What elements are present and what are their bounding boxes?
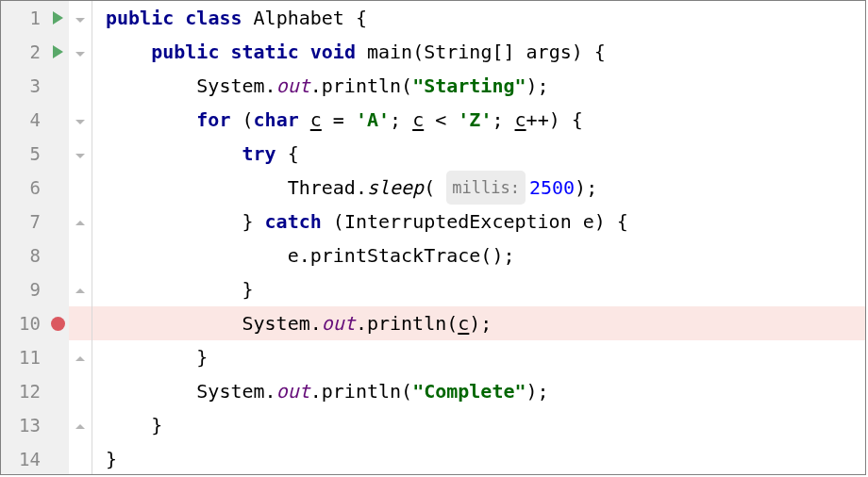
code-text[interactable]: for (char c = 'A'; c < 'Z'; c++) { <box>92 103 865 137</box>
fold-close-icon[interactable] <box>75 356 85 361</box>
code-text[interactable]: } <box>92 340 865 374</box>
token: ; <box>390 103 412 137</box>
code-line[interactable]: 4 for (char c = 'A'; c < 'Z'; c++) { <box>1 103 865 137</box>
fold-gutter[interactable] <box>69 1 92 35</box>
code-line[interactable]: 12 System.out.println("Complete"); <box>1 374 865 408</box>
gutter-icon-slot[interactable] <box>46 1 69 35</box>
gutter-icon-slot[interactable] <box>46 137 69 171</box>
code-line[interactable]: 3 System.out.println("Starting"); <box>1 69 865 103</box>
gutter-icon-slot[interactable] <box>46 306 69 340</box>
fold-open-icon[interactable] <box>75 120 85 124</box>
fold-open-icon[interactable] <box>75 154 85 158</box>
fold-open-icon[interactable] <box>75 18 85 23</box>
token: System. <box>106 306 322 340</box>
fold-gutter[interactable] <box>69 272 92 306</box>
code-text[interactable]: System.out.println("Starting"); <box>92 69 865 103</box>
fold-gutter[interactable] <box>69 171 92 205</box>
code-text[interactable]: } <box>92 272 865 306</box>
line-number: 8 <box>1 238 46 272</box>
code-line[interactable]: 2 public static void main(String[] args)… <box>1 35 865 69</box>
gutter-icon-slot[interactable] <box>46 171 69 205</box>
token: sleep <box>367 171 424 205</box>
line-number: 7 <box>1 205 46 238</box>
token <box>299 35 310 69</box>
code-text[interactable]: } <box>92 408 865 442</box>
token: c <box>412 103 424 137</box>
token: try <box>242 137 276 171</box>
code-line[interactable]: 10 System.out.println(c); <box>1 306 865 340</box>
gutter-icon-slot[interactable] <box>46 442 69 475</box>
run-icon[interactable] <box>53 45 63 58</box>
fold-gutter[interactable] <box>69 137 92 171</box>
code-text[interactable]: System.out.println("Complete"); <box>92 374 865 408</box>
line-number: 1 <box>1 1 46 35</box>
code-line[interactable]: 5 try { <box>1 137 865 171</box>
code-line[interactable]: 11 } <box>1 340 865 374</box>
token: ( <box>424 171 446 205</box>
token <box>106 103 196 137</box>
code-line[interactable]: 1public class Alphabet { <box>1 1 865 35</box>
code-text[interactable]: } <box>92 442 865 475</box>
code-line[interactable]: 13 } <box>1 408 865 442</box>
token: System. <box>106 374 276 408</box>
code-text[interactable]: try { <box>92 137 865 171</box>
breakpoint-icon[interactable] <box>51 317 65 331</box>
fold-open-icon[interactable] <box>75 52 85 57</box>
fold-gutter[interactable] <box>69 374 92 408</box>
token: "Starting" <box>412 69 526 103</box>
fold-gutter[interactable] <box>69 238 92 272</box>
code-editor[interactable]: 1public class Alphabet {2 public static … <box>1 1 865 475</box>
gutter-icon-slot[interactable] <box>46 272 69 306</box>
fold-gutter[interactable] <box>69 69 92 103</box>
fold-gutter[interactable] <box>69 442 92 475</box>
fold-close-icon[interactable] <box>75 221 85 225</box>
token: out <box>322 306 356 340</box>
gutter-icon-slot[interactable] <box>46 408 69 442</box>
gutter-icon-slot[interactable] <box>46 69 69 103</box>
token: .println( <box>310 374 412 408</box>
gutter-icon-slot[interactable] <box>46 238 69 272</box>
code-line[interactable]: 7 } catch (InterruptedException e) { <box>1 205 865 238</box>
token: } <box>106 272 254 306</box>
fold-gutter[interactable] <box>69 103 92 137</box>
fold-gutter[interactable] <box>69 35 92 69</box>
code-line[interactable]: 6 Thread.sleep( millis:2500); <box>1 171 865 205</box>
code-text[interactable]: public static void main(String[] args) { <box>92 35 865 69</box>
token: ++) { <box>526 103 583 137</box>
token: } <box>106 442 117 475</box>
token: } <box>106 340 208 374</box>
line-number: 14 <box>1 442 46 475</box>
gutter-icon-slot[interactable] <box>46 340 69 374</box>
token <box>106 137 242 171</box>
fold-close-icon[interactable] <box>75 288 85 293</box>
token: (InterruptedException e) { <box>322 205 628 238</box>
fold-gutter[interactable] <box>69 340 92 374</box>
gutter-icon-slot[interactable] <box>46 374 69 408</box>
line-number: 2 <box>1 35 46 69</box>
gutter-icon-slot[interactable] <box>46 103 69 137</box>
token: ( <box>230 103 253 137</box>
fold-gutter[interactable] <box>69 306 92 340</box>
token: 2500 <box>529 171 575 205</box>
token: Thread. <box>106 171 367 205</box>
fold-gutter[interactable] <box>69 408 92 442</box>
code-line[interactable]: 8 e.printStackTrace(); <box>1 238 865 272</box>
code-text[interactable]: Thread.sleep( millis:2500); <box>92 171 865 205</box>
code-text[interactable]: e.printStackTrace(); <box>92 238 865 272</box>
token: class <box>185 1 242 35</box>
gutter-icon-slot[interactable] <box>46 35 69 69</box>
token: ); <box>469 306 492 340</box>
code-text[interactable]: } catch (InterruptedException e) { <box>92 205 865 238</box>
token: catch <box>265 205 322 238</box>
fold-gutter[interactable] <box>69 205 92 238</box>
line-number: 11 <box>1 340 46 374</box>
token <box>299 103 310 137</box>
code-text[interactable]: System.out.println(c); <box>92 306 865 340</box>
code-line[interactable]: 14} <box>1 442 865 475</box>
run-icon[interactable] <box>53 11 63 25</box>
line-number: 9 <box>1 272 46 306</box>
code-line[interactable]: 9 } <box>1 272 865 306</box>
gutter-icon-slot[interactable] <box>46 205 69 238</box>
fold-close-icon[interactable] <box>75 424 85 429</box>
code-text[interactable]: public class Alphabet { <box>92 1 865 35</box>
